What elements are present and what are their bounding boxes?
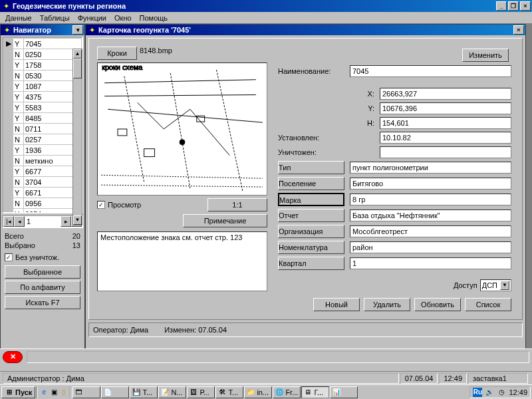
quarter-button[interactable]: Квартал (278, 257, 344, 270)
taskbar-task[interactable]: 🖥Г... (301, 386, 329, 398)
taskbar-task[interactable]: 📊 (330, 386, 358, 398)
taskbar-task[interactable]: 📁in... (244, 386, 272, 398)
installed-field[interactable]: 10.10.82 (380, 132, 511, 144)
table-row[interactable]: Y1758 (4, 60, 82, 70)
scroll-down-icon[interactable]: ▼ (73, 215, 82, 225)
preview-checkbox[interactable]: ✓ Просмотр (97, 201, 202, 209)
search-button[interactable]: Искать F7 (5, 296, 80, 309)
taskbar-task[interactable]: 🗔 (72, 386, 100, 398)
access-select[interactable]: ДСП ▼ (480, 279, 511, 291)
close-button[interactable]: × (520, 1, 531, 11)
table-row[interactable]: Y8485 (4, 113, 82, 124)
table-row[interactable]: Nметкино (4, 156, 82, 166)
kroki-image[interactable]: кроки схема (97, 63, 267, 196)
quicklaunch-folder-icon[interactable]: ▯ (59, 388, 68, 397)
table-row[interactable]: N0257 (4, 134, 82, 145)
taskbar-task[interactable]: 🛠Т... (215, 386, 243, 398)
menu-functions[interactable]: Функции (74, 13, 110, 23)
table-row[interactable]: Y6671 (4, 188, 82, 198)
prev-record-button[interactable]: ◂ (14, 216, 25, 227)
navigator-sysmenu[interactable]: ▾ (72, 25, 83, 35)
selected-label: Выбрано (5, 241, 35, 249)
table-row[interactable]: Y5583 (4, 102, 82, 113)
kroki-filename[interactable]: 8148.bmp (140, 47, 267, 60)
table-row[interactable]: N0711 (4, 124, 82, 134)
type-button[interactable]: Тип (278, 161, 344, 174)
destroyed-field[interactable] (380, 146, 511, 158)
table-row[interactable]: Y4375 (4, 92, 82, 102)
tray-volume-icon[interactable]: 🔊 (485, 388, 494, 397)
lang-ru-icon[interactable]: Ru (473, 388, 482, 397)
taskbar-task[interactable]: 🖼Р... (187, 386, 215, 398)
scale-11-button[interactable]: 1:1 (207, 198, 267, 211)
minimize-button[interactable]: _ (496, 1, 507, 11)
table-row[interactable]: N0250 (4, 49, 82, 60)
org-button[interactable]: Организация (278, 225, 344, 238)
card-close-button[interactable]: × (513, 25, 524, 35)
org-field[interactable]: Мособлгеотрест (350, 225, 511, 237)
kroki-button[interactable]: Кроки (97, 47, 137, 60)
refresh-button[interactable]: Обновить (414, 298, 461, 311)
mark-field[interactable]: 8 гр (350, 194, 511, 205)
scroll-thumb[interactable] (73, 59, 82, 78)
x-label: X: (278, 90, 374, 98)
selected-button[interactable]: Выбранное (5, 265, 80, 279)
note-button[interactable]: Примечание (183, 214, 267, 227)
taskbar-task[interactable]: 📝N... (158, 386, 186, 398)
start-button[interactable]: ⊞ Пуск (1, 386, 35, 398)
y-field[interactable]: 10676,396 (380, 102, 511, 114)
location-memo[interactable]: Местоположение знака см. отчет стр. 123 (97, 231, 267, 291)
name-label: Наименование: (278, 67, 344, 75)
table-row[interactable]: ▶Y7045 (4, 39, 82, 49)
report-button[interactable]: Отчет (278, 209, 344, 222)
quicklaunch-desktop-icon[interactable]: ▣ (49, 388, 59, 397)
system-tray[interactable]: Ru 🔊 ◷ 12:49 (469, 386, 531, 398)
quarter-field[interactable]: 1 (350, 257, 511, 269)
maximize-button[interactable]: ❐ (508, 1, 519, 11)
taskbar-task[interactable]: 💾Т... (130, 386, 158, 398)
changed-label: Изменен: (164, 326, 196, 334)
menu-window[interactable]: Окно (110, 13, 136, 23)
table-row[interactable]: Y6677 (4, 166, 82, 177)
table-row[interactable]: N0956 (4, 198, 82, 209)
table-row[interactable]: N0530 (4, 70, 82, 81)
navigator-grid[interactable]: ▶Y7045N0250Y1758N0530Y1087Y4375Y5583Y848… (2, 37, 83, 213)
scroll-up-icon[interactable]: ▲ (73, 49, 82, 59)
change-button[interactable]: Изменить (462, 49, 509, 62)
report-field[interactable]: База отдыха "Нефтянник" (350, 209, 511, 221)
new-button[interactable]: Новый (313, 298, 360, 311)
alphabetical-button[interactable]: По алфавиту (5, 281, 80, 294)
x-field[interactable]: 26663,927 (380, 88, 511, 100)
first-record-button[interactable]: |◂ (3, 216, 14, 227)
tray-network-icon[interactable]: ◷ (497, 388, 506, 397)
table-row[interactable]: Y1936 (4, 145, 82, 156)
menu-help[interactable]: Помощь (136, 13, 172, 23)
settlement-button[interactable]: Поселение (278, 177, 344, 190)
table-row[interactable]: Y9654 (4, 209, 82, 214)
next-record-button[interactable]: ▸ (61, 216, 71, 227)
grid-scrollbar[interactable]: ▲ ▼ (72, 49, 82, 225)
nomen-button[interactable]: Номенклатура (278, 241, 344, 254)
mark-button[interactable]: Марка (278, 193, 344, 206)
app-titlebar: ✦ Геодезические пункты региона _ ❐ × (0, 0, 532, 12)
delete-button[interactable]: Удалить (364, 298, 410, 311)
table-row[interactable]: Y1087 (4, 81, 82, 92)
card-icon: ✦ (87, 25, 96, 35)
app-close-pill[interactable]: ✕ (3, 351, 23, 363)
name-field[interactable]: 7045 (350, 65, 511, 77)
record-number[interactable]: 1 (25, 216, 61, 227)
table-row[interactable]: N3704 (4, 177, 82, 188)
quicklaunch-ie-icon[interactable]: e (39, 388, 49, 397)
card-titlebar[interactable]: ✦ Карточка геопункта '7045' × (86, 25, 525, 35)
list-button[interactable]: Список (465, 298, 511, 311)
without-destroyed-checkbox[interactable]: ✓ Без уничтож. (5, 253, 80, 261)
menu-tables[interactable]: Таблицы (36, 13, 74, 23)
taskbar-task[interactable]: 🌐Fr... (273, 386, 301, 398)
h-field[interactable]: 154,601 (380, 117, 511, 129)
navigator-titlebar[interactable]: ✦ Навигатор ▾ (1, 25, 84, 35)
settlement-field[interactable]: Битягово (350, 178, 511, 190)
type-field[interactable]: пункт полигонометрии (350, 162, 511, 174)
taskbar-task[interactable]: 📄 (101, 386, 129, 398)
menu-data[interactable]: Данные (1, 13, 36, 23)
nomen-field[interactable]: район (350, 241, 511, 253)
